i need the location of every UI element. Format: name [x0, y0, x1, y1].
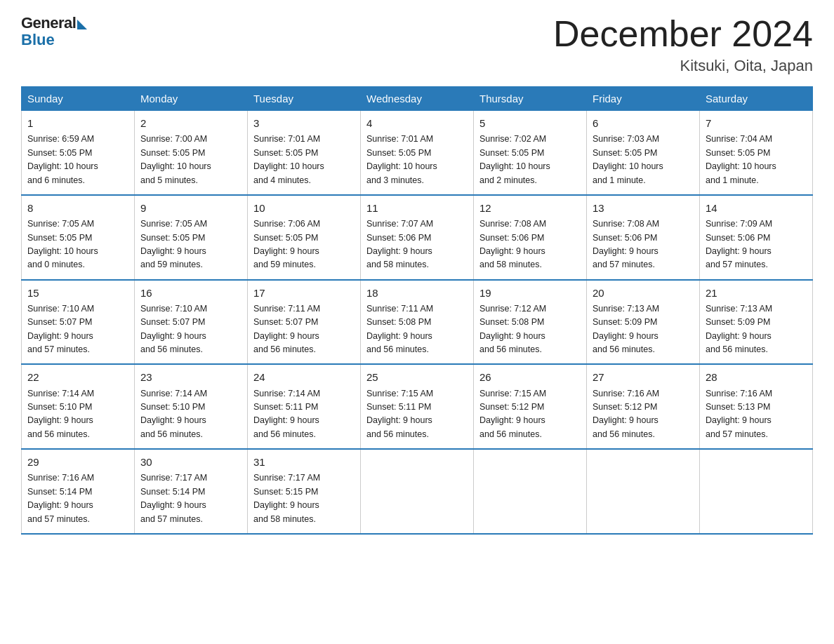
day-number: 14: [706, 200, 807, 216]
header-cell-monday: Monday: [135, 87, 248, 111]
logo: General Blue: [21, 14, 87, 49]
day-number: 13: [593, 200, 694, 216]
day-info: Sunrise: 7:11 AM Sunset: 5:07 PM Dayligh…: [253, 302, 355, 357]
day-info: Sunrise: 7:07 AM Sunset: 5:06 PM Dayligh…: [366, 217, 468, 272]
day-info: Sunrise: 6:59 AM Sunset: 5:05 PM Dayligh…: [27, 133, 128, 187]
day-number: 7: [706, 115, 807, 131]
day-info: Sunrise: 7:12 AM Sunset: 5:08 PM Dayligh…: [479, 302, 581, 357]
day-cell: 9Sunrise: 7:05 AM Sunset: 5:05 PM Daylig…: [135, 195, 248, 280]
header-cell-tuesday: Tuesday: [248, 87, 361, 111]
day-cell: [700, 449, 813, 534]
day-info: Sunrise: 7:16 AM Sunset: 5:14 PM Dayligh…: [27, 471, 128, 526]
day-number: 4: [366, 115, 468, 131]
day-number: 30: [140, 454, 241, 470]
day-info: Sunrise: 7:03 AM Sunset: 5:05 PM Dayligh…: [593, 133, 694, 187]
day-info: Sunrise: 7:06 AM Sunset: 5:05 PM Dayligh…: [253, 217, 355, 272]
day-number: 9: [140, 200, 241, 216]
day-info: Sunrise: 7:10 AM Sunset: 5:07 PM Dayligh…: [27, 302, 128, 357]
day-cell: 6Sunrise: 7:03 AM Sunset: 5:05 PM Daylig…: [587, 111, 700, 195]
day-number: 5: [479, 115, 581, 131]
day-cell: 23Sunrise: 7:14 AM Sunset: 5:10 PM Dayli…: [135, 364, 248, 449]
calendar-table: SundayMondayTuesdayWednesdayThursdayFrid…: [21, 86, 813, 535]
day-cell: 19Sunrise: 7:12 AM Sunset: 5:08 PM Dayli…: [474, 280, 587, 365]
day-info: Sunrise: 7:17 AM Sunset: 5:15 PM Dayligh…: [253, 471, 355, 526]
day-number: 1: [27, 115, 128, 131]
day-cell: 5Sunrise: 7:02 AM Sunset: 5:05 PM Daylig…: [474, 111, 587, 195]
day-number: 24: [253, 369, 355, 385]
day-cell: 8Sunrise: 7:05 AM Sunset: 5:05 PM Daylig…: [22, 195, 135, 280]
day-cell: 31Sunrise: 7:17 AM Sunset: 5:15 PM Dayli…: [248, 449, 361, 534]
day-cell: 7Sunrise: 7:04 AM Sunset: 5:05 PM Daylig…: [700, 111, 813, 195]
day-cell: 11Sunrise: 7:07 AM Sunset: 5:06 PM Dayli…: [361, 195, 474, 280]
day-cell: 21Sunrise: 7:13 AM Sunset: 5:09 PM Dayli…: [700, 280, 813, 365]
day-cell: 24Sunrise: 7:14 AM Sunset: 5:11 PM Dayli…: [248, 364, 361, 449]
week-row-2: 8Sunrise: 7:05 AM Sunset: 5:05 PM Daylig…: [22, 195, 813, 280]
day-info: Sunrise: 7:16 AM Sunset: 5:12 PM Dayligh…: [593, 387, 694, 442]
week-row-5: 29Sunrise: 7:16 AM Sunset: 5:14 PM Dayli…: [22, 449, 813, 534]
day-cell: 10Sunrise: 7:06 AM Sunset: 5:05 PM Dayli…: [248, 195, 361, 280]
day-info: Sunrise: 7:14 AM Sunset: 5:11 PM Dayligh…: [253, 387, 355, 442]
day-info: Sunrise: 7:15 AM Sunset: 5:12 PM Dayligh…: [479, 387, 581, 442]
day-info: Sunrise: 7:13 AM Sunset: 5:09 PM Dayligh…: [706, 302, 807, 357]
header-cell-thursday: Thursday: [474, 87, 587, 111]
day-cell: 20Sunrise: 7:13 AM Sunset: 5:09 PM Dayli…: [587, 280, 700, 365]
header-cell-wednesday: Wednesday: [361, 87, 474, 111]
day-info: Sunrise: 7:01 AM Sunset: 5:05 PM Dayligh…: [366, 133, 468, 187]
week-row-3: 15Sunrise: 7:10 AM Sunset: 5:07 PM Dayli…: [22, 280, 813, 365]
day-info: Sunrise: 7:16 AM Sunset: 5:13 PM Dayligh…: [706, 387, 807, 442]
day-info: Sunrise: 7:08 AM Sunset: 5:06 PM Dayligh…: [593, 217, 694, 272]
day-number: 29: [27, 454, 128, 470]
day-cell: 2Sunrise: 7:00 AM Sunset: 5:05 PM Daylig…: [135, 111, 248, 195]
logo-triangle-icon: [77, 20, 87, 29]
day-info: Sunrise: 7:14 AM Sunset: 5:10 PM Dayligh…: [140, 387, 241, 442]
day-number: 25: [366, 369, 468, 385]
day-number: 23: [140, 369, 241, 385]
day-cell: 15Sunrise: 7:10 AM Sunset: 5:07 PM Dayli…: [22, 280, 135, 365]
day-cell: 16Sunrise: 7:10 AM Sunset: 5:07 PM Dayli…: [135, 280, 248, 365]
logo-general-text: General: [21, 14, 76, 32]
day-cell: 29Sunrise: 7:16 AM Sunset: 5:14 PM Dayli…: [22, 449, 135, 534]
day-cell: 3Sunrise: 7:01 AM Sunset: 5:05 PM Daylig…: [248, 111, 361, 195]
day-cell: 1Sunrise: 6:59 AM Sunset: 5:05 PM Daylig…: [22, 111, 135, 195]
day-cell: 4Sunrise: 7:01 AM Sunset: 5:05 PM Daylig…: [361, 111, 474, 195]
day-info: Sunrise: 7:15 AM Sunset: 5:11 PM Dayligh…: [366, 387, 468, 442]
day-number: 22: [27, 369, 128, 385]
day-info: Sunrise: 7:13 AM Sunset: 5:09 PM Dayligh…: [593, 302, 694, 357]
calendar-body: 1Sunrise: 6:59 AM Sunset: 5:05 PM Daylig…: [22, 111, 813, 534]
day-cell: 25Sunrise: 7:15 AM Sunset: 5:11 PM Dayli…: [361, 364, 474, 449]
day-info: Sunrise: 7:00 AM Sunset: 5:05 PM Dayligh…: [140, 133, 241, 187]
day-number: 8: [27, 200, 128, 216]
day-number: 27: [593, 369, 694, 385]
day-number: 16: [140, 285, 241, 301]
day-cell: [474, 449, 587, 534]
day-info: Sunrise: 7:02 AM Sunset: 5:05 PM Dayligh…: [479, 133, 581, 187]
day-cell: [361, 449, 474, 534]
month-year-title: December 2024: [553, 14, 813, 54]
day-info: Sunrise: 7:05 AM Sunset: 5:05 PM Dayligh…: [140, 217, 241, 272]
logo-blue-text: Blue: [21, 31, 55, 49]
calendar-header: SundayMondayTuesdayWednesdayThursdayFrid…: [22, 87, 813, 111]
day-number: 31: [253, 454, 355, 470]
header-cell-friday: Friday: [587, 87, 700, 111]
day-info: Sunrise: 7:08 AM Sunset: 5:06 PM Dayligh…: [479, 217, 581, 272]
day-info: Sunrise: 7:11 AM Sunset: 5:08 PM Dayligh…: [366, 302, 468, 357]
day-number: 26: [479, 369, 581, 385]
day-info: Sunrise: 7:14 AM Sunset: 5:10 PM Dayligh…: [27, 387, 128, 442]
day-cell: 13Sunrise: 7:08 AM Sunset: 5:06 PM Dayli…: [587, 195, 700, 280]
page-header: General Blue December 2024 Kitsuki, Oita…: [21, 14, 813, 75]
header-cell-saturday: Saturday: [700, 87, 813, 111]
day-number: 6: [593, 115, 694, 131]
location-subtitle: Kitsuki, Oita, Japan: [553, 57, 813, 75]
week-row-4: 22Sunrise: 7:14 AM Sunset: 5:10 PM Dayli…: [22, 364, 813, 449]
day-cell: 28Sunrise: 7:16 AM Sunset: 5:13 PM Dayli…: [700, 364, 813, 449]
day-number: 21: [706, 285, 807, 301]
day-number: 18: [366, 285, 468, 301]
day-number: 11: [366, 200, 468, 216]
day-number: 2: [140, 115, 241, 131]
day-number: 10: [253, 200, 355, 216]
day-info: Sunrise: 7:09 AM Sunset: 5:06 PM Dayligh…: [706, 217, 807, 272]
day-info: Sunrise: 7:04 AM Sunset: 5:05 PM Dayligh…: [706, 133, 807, 187]
day-cell: 26Sunrise: 7:15 AM Sunset: 5:12 PM Dayli…: [474, 364, 587, 449]
day-number: 17: [253, 285, 355, 301]
day-info: Sunrise: 7:10 AM Sunset: 5:07 PM Dayligh…: [140, 302, 241, 357]
